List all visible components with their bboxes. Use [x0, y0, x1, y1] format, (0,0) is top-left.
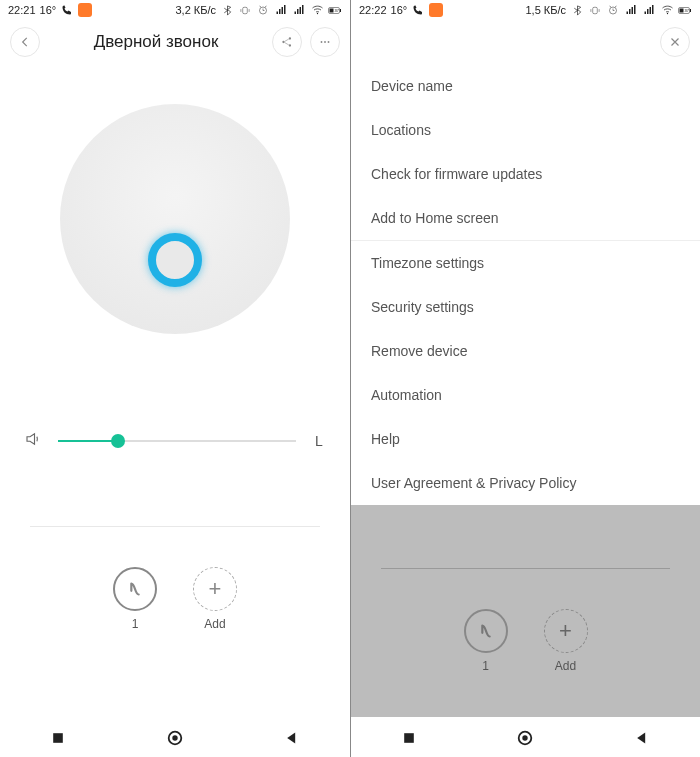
vibrate-icon — [238, 3, 252, 17]
menu-item[interactable]: Locations — [351, 108, 700, 152]
svg-rect-23 — [404, 733, 414, 743]
nav-home[interactable] — [515, 728, 535, 748]
settings-menu: Device nameLocationsCheck for firmware u… — [351, 64, 700, 505]
app-badge-icon — [78, 3, 92, 17]
preset-icon — [113, 567, 157, 611]
svg-rect-0 — [243, 7, 248, 13]
device-image — [0, 64, 350, 374]
back-button[interactable] — [10, 27, 40, 57]
svg-rect-16 — [593, 7, 598, 13]
svg-rect-13 — [54, 733, 64, 743]
app-header: Дверной звонок — [0, 20, 350, 64]
nav-recent[interactable] — [399, 728, 419, 748]
add-preset: + Add — [544, 609, 588, 673]
svg-point-10 — [321, 41, 323, 43]
speaker-icon — [24, 430, 42, 452]
phone-icon — [411, 3, 425, 17]
status-rate: 3,2 КБ/с — [175, 4, 216, 16]
svg-point-15 — [172, 735, 177, 740]
svg-text:37: 37 — [335, 8, 340, 13]
nav-home[interactable] — [165, 728, 185, 748]
share-icon — [280, 35, 294, 49]
svg-point-9 — [289, 44, 291, 46]
volume-right-label: L — [312, 433, 326, 449]
menu-item[interactable]: Check for firmware updates — [351, 152, 700, 196]
volume-fill — [58, 440, 118, 442]
bluetooth-icon — [220, 3, 234, 17]
signal2-icon — [292, 3, 306, 17]
battery-icon: 37 — [328, 3, 342, 17]
menu-item[interactable]: Remove device — [351, 329, 700, 373]
status-time: 22:22 — [359, 4, 387, 16]
preset-label: 1 — [132, 617, 139, 631]
preset-1[interactable]: 1 — [113, 567, 157, 631]
signal-icon — [274, 3, 288, 17]
preset-1: 1 — [464, 609, 508, 673]
preset-icon — [464, 609, 508, 653]
page-title: Дверной звонок — [48, 32, 264, 52]
svg-point-12 — [328, 41, 330, 43]
alarm-icon — [256, 3, 270, 17]
close-icon — [668, 35, 682, 49]
share-button[interactable] — [272, 27, 302, 57]
bluetooth-icon — [570, 3, 584, 17]
status-time: 22:21 — [8, 4, 36, 16]
signal2-icon — [642, 3, 656, 17]
more-button[interactable] — [310, 27, 340, 57]
divider — [30, 526, 320, 527]
menu-item[interactable]: Timezone settings — [351, 241, 700, 285]
svg-point-7 — [282, 41, 284, 43]
svg-point-25 — [523, 735, 528, 740]
status-rate: 1,5 КБ/с — [525, 4, 566, 16]
plus-icon: + — [193, 567, 237, 611]
menu-item[interactable]: User Agreement & Privacy Policy — [351, 461, 700, 505]
more-horizontal-icon — [318, 35, 332, 49]
android-navbar — [0, 717, 350, 757]
menu-item[interactable]: Device name — [351, 64, 700, 108]
nav-recent[interactable] — [48, 728, 68, 748]
menu-item[interactable]: Security settings — [351, 285, 700, 329]
status-bar: 22:22 16° 1,5 КБ/с 37 — [351, 0, 700, 20]
vibrate-icon — [588, 3, 602, 17]
status-temp: 16° — [40, 4, 57, 16]
preset-actions: 1 + Add — [0, 567, 350, 631]
phone-icon — [60, 3, 74, 17]
chevron-left-icon — [18, 35, 32, 49]
svg-point-8 — [289, 37, 291, 39]
divider — [381, 568, 670, 569]
add-preset[interactable]: + Add — [193, 567, 237, 631]
svg-text:37: 37 — [685, 8, 690, 13]
menu-item[interactable]: Automation — [351, 373, 700, 417]
volume-thumb[interactable] — [111, 434, 125, 448]
menu-item[interactable]: Help — [351, 417, 700, 461]
svg-rect-20 — [690, 9, 691, 12]
preset-actions-underlay: 1 + Add — [351, 609, 700, 673]
alarm-icon — [606, 3, 620, 17]
close-button[interactable] — [660, 27, 690, 57]
signal-icon — [624, 3, 638, 17]
svg-rect-5 — [330, 8, 334, 12]
volume-slider[interactable] — [58, 440, 296, 442]
menu-item[interactable]: Add to Home screen — [351, 196, 700, 240]
status-bar: 22:21 16° 3,2 КБ/с 37 — [0, 0, 350, 20]
wifi-icon — [660, 3, 674, 17]
nav-back[interactable] — [632, 728, 652, 748]
preset-label: 1 — [482, 659, 489, 673]
volume-slider-row: L — [0, 374, 350, 452]
svg-rect-4 — [340, 9, 341, 12]
app-badge-icon — [429, 3, 443, 17]
wifi-icon — [310, 3, 324, 17]
svg-point-18 — [666, 13, 667, 14]
svg-point-2 — [316, 13, 317, 14]
nav-back[interactable] — [282, 728, 302, 748]
add-label: Add — [204, 617, 225, 631]
android-navbar — [351, 717, 700, 757]
svg-point-11 — [324, 41, 326, 43]
svg-rect-21 — [680, 8, 684, 12]
battery-icon: 37 — [678, 3, 692, 17]
plus-icon: + — [544, 609, 588, 653]
doorbell-ring-icon — [148, 233, 202, 287]
add-label: Add — [555, 659, 576, 673]
status-temp: 16° — [391, 4, 408, 16]
settings-overlay: Device nameLocationsCheck for firmware u… — [351, 20, 700, 505]
